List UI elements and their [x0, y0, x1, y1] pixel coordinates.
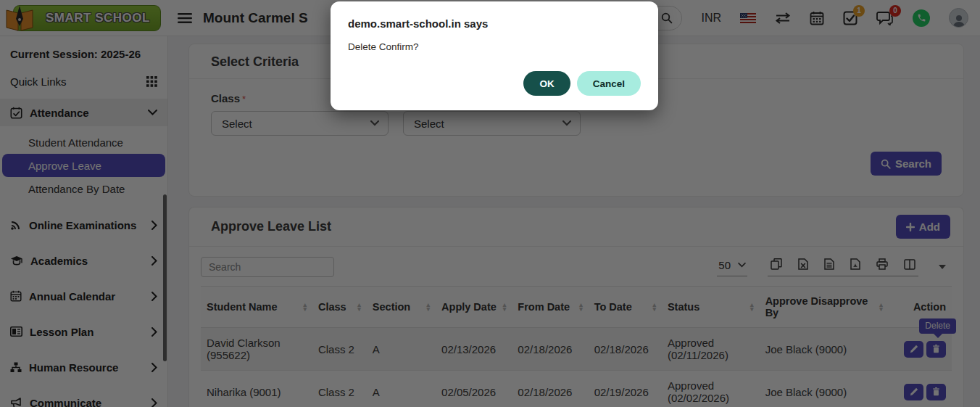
- cancel-button[interactable]: Cancel: [577, 71, 641, 96]
- ok-button[interactable]: OK: [523, 71, 570, 96]
- browser-confirm-dialog: demo.smart-school.in says Delete Confirm…: [331, 1, 658, 110]
- dialog-message: Delete Confirm?: [348, 41, 641, 52]
- dialog-title: demo.smart-school.in says: [348, 17, 641, 30]
- app-screen: SMART SCHOOL Mount Carmel S INR 1: [0, 0, 980, 407]
